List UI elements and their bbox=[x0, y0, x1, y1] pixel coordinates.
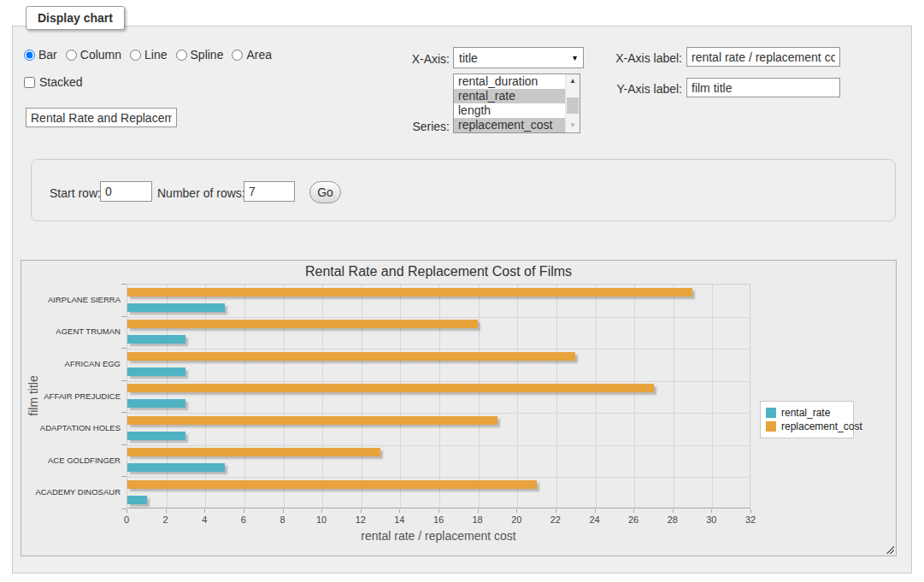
series-option-replacement_cost[interactable]: replacement_cost bbox=[454, 118, 565, 132]
gridline bbox=[284, 285, 285, 508]
start-row-input[interactable] bbox=[100, 181, 152, 202]
chart-type-option-area[interactable]: Area bbox=[232, 48, 272, 62]
x-tick-label: 16 bbox=[426, 514, 451, 525]
panel-legend: Display chart bbox=[26, 6, 125, 30]
x-axis-select-label: X-Axis: bbox=[359, 52, 450, 66]
gridline bbox=[362, 285, 362, 508]
x-axis-title: rental rate / replacement cost bbox=[127, 529, 750, 543]
x-axis-tick bbox=[361, 509, 362, 513]
series-listbox[interactable]: rental_durationrental_ratelengthreplacem… bbox=[453, 73, 580, 133]
bar-rental_rate bbox=[127, 335, 185, 344]
bar-replacement_cost bbox=[127, 416, 497, 425]
gridline bbox=[674, 285, 674, 508]
category-label: AIRPLANE SIERRA bbox=[21, 295, 121, 305]
bar-rental_rate bbox=[127, 303, 225, 312]
x-axis-tick bbox=[244, 509, 244, 513]
chart-type-radio-label: Column bbox=[80, 48, 121, 62]
resize-handle-icon[interactable] bbox=[885, 544, 894, 554]
chart-type-option-column[interactable]: Column bbox=[66, 48, 121, 62]
gridline bbox=[439, 285, 440, 508]
gridline bbox=[400, 285, 401, 508]
bar-rental_rate bbox=[127, 432, 185, 440]
category-label: ACE GOLDFINGER bbox=[21, 456, 121, 466]
bar-replacement_cost bbox=[127, 288, 692, 297]
chart-legend: rental_ratereplacement_cost bbox=[760, 401, 854, 438]
bar-replacement_cost bbox=[127, 480, 537, 489]
x-axis-tick bbox=[633, 509, 634, 513]
chart-type-radio-bar[interactable] bbox=[24, 50, 35, 61]
chart-type-radio-label: Line bbox=[144, 48, 167, 62]
gridline bbox=[712, 285, 713, 508]
scroll-up-icon[interactable]: ▲ bbox=[566, 74, 580, 88]
x-axis-tick bbox=[166, 509, 167, 513]
chart-type-option-line[interactable]: Line bbox=[130, 48, 167, 62]
category-label: ACADEMY DINOSAUR bbox=[21, 487, 121, 497]
chart-type-radio-line[interactable] bbox=[130, 50, 141, 61]
x-tick-label: 12 bbox=[348, 514, 374, 525]
scrollbar-thumb[interactable] bbox=[567, 97, 579, 114]
chart-type-option-spline[interactable]: Spline bbox=[176, 48, 224, 62]
gridline bbox=[634, 285, 635, 508]
series-select-label: Series: bbox=[359, 120, 450, 133]
bar-rental_rate bbox=[127, 463, 225, 472]
x-tick-label: 30 bbox=[698, 514, 724, 525]
x-axis-selected-value: title bbox=[459, 51, 478, 65]
x-axis-label-input[interactable] bbox=[686, 47, 840, 67]
gridline bbox=[127, 317, 750, 318]
legend-swatch-icon bbox=[766, 421, 776, 432]
gridline bbox=[127, 413, 750, 414]
x-axis-tick bbox=[127, 509, 127, 513]
x-tick-label: 14 bbox=[386, 514, 412, 525]
gridline bbox=[517, 285, 518, 508]
dropdown-arrow-icon: ▾ bbox=[573, 53, 577, 62]
y-axis-label-input[interactable] bbox=[686, 78, 840, 97]
chart-type-radio-area[interactable] bbox=[232, 50, 243, 61]
legend-swatch-icon bbox=[766, 408, 776, 418]
series-scrollbar[interactable]: ▲ ▼ bbox=[565, 74, 580, 132]
x-tick-label: 8 bbox=[270, 514, 296, 525]
y-axis-tick bbox=[121, 348, 127, 349]
series-option-rental_rate[interactable]: rental_rate bbox=[454, 89, 565, 103]
legend-label: replacement_cost bbox=[781, 420, 862, 432]
chart-type-radio-spline[interactable] bbox=[176, 50, 187, 61]
chart-title-input[interactable] bbox=[26, 108, 177, 127]
gridline bbox=[556, 285, 557, 508]
legend-label: rental_rate bbox=[781, 407, 830, 419]
bar-rental_rate bbox=[127, 399, 185, 408]
chart-type-option-bar[interactable]: Bar bbox=[24, 48, 57, 62]
x-tick-label: 24 bbox=[582, 514, 608, 525]
x-axis-tick bbox=[595, 509, 596, 513]
y-axis-tick bbox=[121, 380, 127, 381]
gridline bbox=[127, 349, 750, 350]
scroll-down-icon[interactable]: ▼ bbox=[566, 119, 580, 132]
chart-type-radio-label: Area bbox=[246, 48, 272, 62]
bar-replacement_cost bbox=[127, 448, 380, 456]
series-option-length[interactable]: length bbox=[454, 103, 565, 118]
gridline bbox=[127, 381, 750, 382]
stacked-checkbox[interactable] bbox=[24, 77, 35, 88]
bar-replacement_cost bbox=[127, 320, 478, 328]
y-axis-tick bbox=[121, 476, 127, 477]
number-of-rows-input[interactable] bbox=[244, 181, 295, 202]
x-tick-label: 20 bbox=[503, 514, 529, 525]
chart-type-radio-group: BarColumnLineSplineArea bbox=[24, 48, 280, 62]
x-axis-tick bbox=[673, 509, 674, 513]
x-tick-label: 0 bbox=[114, 514, 139, 525]
x-tick-label: 32 bbox=[738, 514, 763, 525]
y-axis-tick bbox=[121, 316, 127, 317]
x-axis-select[interactable]: title ▾ bbox=[453, 47, 584, 68]
gridline bbox=[167, 285, 168, 508]
legend-item-rental_rate[interactable]: rental_rate bbox=[766, 407, 848, 419]
x-axis-tick bbox=[321, 509, 322, 513]
plot-area bbox=[127, 284, 750, 509]
number-of-rows-label: Number of rows: bbox=[157, 186, 245, 200]
x-tick-label: 4 bbox=[191, 514, 217, 525]
x-tick-label: 28 bbox=[660, 514, 686, 525]
gridline bbox=[479, 285, 480, 508]
chart-type-radio-label: Bar bbox=[38, 48, 57, 62]
go-button[interactable]: Go bbox=[309, 181, 341, 203]
legend-item-replacement_cost[interactable]: replacement_cost bbox=[766, 420, 848, 432]
y-axis-tick bbox=[121, 444, 127, 445]
series-option-rental_duration[interactable]: rental_duration bbox=[454, 74, 565, 89]
chart-type-radio-column[interactable] bbox=[66, 50, 77, 61]
